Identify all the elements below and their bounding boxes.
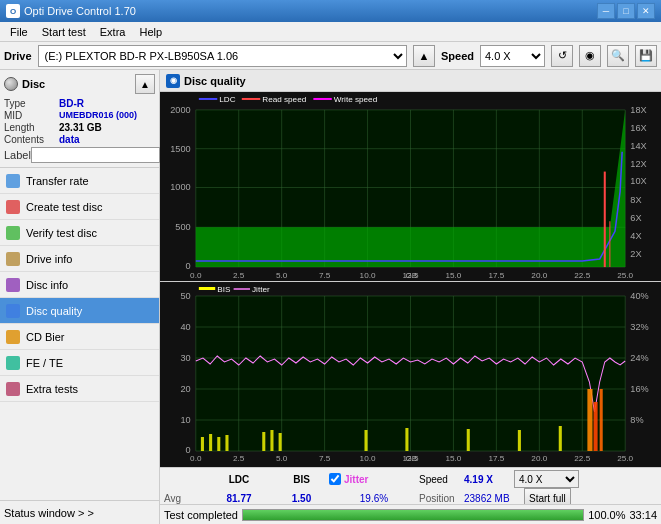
title-bar-controls: ─ □ ✕ [597, 3, 655, 19]
nav-items: Transfer rate Create test disc Verify te… [0, 168, 159, 500]
svg-text:8%: 8% [630, 415, 643, 425]
nav-disc-info-label: Disc info [26, 279, 68, 291]
left-panel: Disc ▲ Type BD-R MID UMEBDR016 (000) Len… [0, 70, 160, 524]
main-area: Disc ▲ Type BD-R MID UMEBDR016 (000) Len… [0, 70, 661, 524]
bottom-status-bar: Test completed 100.0% 33:14 [160, 504, 661, 524]
disc-contents-row: Contents data [4, 134, 155, 145]
nav-extra-tests-label: Extra tests [26, 383, 78, 395]
svg-text:15.0: 15.0 [446, 271, 462, 280]
svg-text:12X: 12X [630, 159, 646, 169]
menu-extra[interactable]: Extra [94, 24, 132, 40]
svg-rect-49 [242, 98, 260, 100]
stats-header-row: LDC BIS Jitter Speed 4.19 X 4.0 X [164, 470, 657, 488]
disc-label-row: Label 🔍 [4, 147, 155, 163]
drive-action-btn1[interactable]: ◉ [579, 45, 601, 67]
svg-text:20.0: 20.0 [531, 271, 547, 280]
disc-contents-value: data [59, 134, 80, 145]
drive-action-btn2[interactable]: 🔍 [607, 45, 629, 67]
minimize-button[interactable]: ─ [597, 3, 615, 19]
svg-rect-97 [217, 437, 220, 451]
disc-length-value: 23.31 GB [59, 122, 102, 133]
drive-save-btn[interactable]: 💾 [635, 45, 657, 67]
speed-refresh-button[interactable]: ↺ [551, 45, 573, 67]
nav-drive-info[interactable]: Drive info [0, 246, 159, 272]
nav-cd-bier-label: CD Bier [26, 331, 65, 343]
disc-header: Disc ▲ [4, 74, 155, 94]
top-chart-svg: 2000 1500 1000 500 0 18X 16X 14X 12X 10X… [160, 92, 661, 281]
nav-verify-test-disc[interactable]: Verify test disc [0, 220, 159, 246]
title-bar-left: O Opti Drive Control 1.70 [6, 4, 136, 18]
menu-start-test[interactable]: Start test [36, 24, 92, 40]
svg-text:Write speed: Write speed [334, 95, 377, 104]
nav-fe-te[interactable]: FE / TE [0, 350, 159, 376]
disc-icon [4, 77, 18, 91]
stats-speed-select[interactable]: 4.0 X [514, 470, 579, 488]
svg-text:GB: GB [405, 271, 417, 280]
app-icon: O [6, 4, 20, 18]
disc-length-label: Length [4, 122, 59, 133]
menu-help[interactable]: Help [133, 24, 168, 40]
nav-disc-quality-label: Disc quality [26, 305, 82, 317]
stats-position-label: Position [419, 493, 464, 504]
svg-text:22.5: 22.5 [574, 454, 590, 463]
svg-text:2000: 2000 [170, 105, 190, 115]
stats-speed-label: Speed [419, 474, 464, 485]
svg-text:GB: GB [405, 454, 417, 463]
svg-text:10: 10 [180, 415, 190, 425]
nav-disc-quality[interactable]: Disc quality [0, 298, 159, 324]
eject-button[interactable]: ▲ [413, 45, 435, 67]
svg-text:40%: 40% [630, 291, 648, 301]
nav-extra-tests[interactable]: Extra tests [0, 376, 159, 402]
svg-rect-47 [199, 98, 217, 100]
charts-area: 2000 1500 1000 500 0 18X 16X 14X 12X 10X… [160, 92, 661, 504]
disc-type-value: BD-R [59, 98, 84, 109]
svg-rect-109 [600, 389, 603, 451]
create-test-disc-icon [6, 200, 20, 214]
disc-type-row: Type BD-R [4, 98, 155, 109]
drive-info-icon [6, 252, 20, 266]
svg-text:2.5: 2.5 [233, 271, 245, 280]
jitter-checkbox[interactable] [329, 473, 341, 485]
chart-title: Disc quality [184, 75, 246, 87]
stats-avg-ldc: 81.77 [204, 493, 274, 504]
drive-select[interactable]: (E:) PLEXTOR BD-R PX-LB950SA 1.06 [38, 45, 407, 67]
bottom-chart-svg: 50 40 30 20 10 0 40% 32% 24% 16% 8% 0.0 [160, 282, 661, 467]
svg-text:16X: 16X [630, 123, 646, 133]
menu-file[interactable]: File [4, 24, 34, 40]
disc-mid-value: UMEBDR016 (000) [59, 110, 137, 121]
svg-text:5.0: 5.0 [276, 271, 288, 280]
svg-rect-101 [279, 433, 282, 451]
start-full-button[interactable]: Start full [524, 488, 571, 504]
maximize-button[interactable]: □ [617, 3, 635, 19]
close-button[interactable]: ✕ [637, 3, 655, 19]
disc-contents-label: Contents [4, 134, 59, 145]
svg-rect-98 [225, 435, 228, 451]
speed-select[interactable]: 4.0 X 2.0 X 8.0 X [480, 45, 545, 67]
verify-test-disc-icon [6, 226, 20, 240]
nav-transfer-rate[interactable]: Transfer rate [0, 168, 159, 194]
disc-label-label: Label [4, 149, 31, 161]
svg-text:25.0: 25.0 [617, 271, 633, 280]
title-bar-title: Opti Drive Control 1.70 [24, 5, 136, 17]
svg-text:6X: 6X [630, 213, 641, 223]
svg-text:10.0: 10.0 [360, 271, 376, 280]
svg-text:LDC: LDC [219, 95, 236, 104]
svg-text:10X: 10X [630, 177, 646, 187]
svg-rect-110 [199, 287, 215, 290]
svg-rect-104 [467, 429, 470, 451]
svg-rect-105 [518, 430, 521, 451]
svg-rect-100 [270, 430, 273, 451]
nav-disc-info[interactable]: Disc info [0, 272, 159, 298]
disc-mid-label: MID [4, 110, 59, 121]
svg-rect-102 [364, 430, 367, 451]
disc-info-icon [6, 278, 20, 292]
nav-cd-bier[interactable]: CD Bier [0, 324, 159, 350]
status-window-button[interactable]: Status window > > [0, 500, 159, 524]
menu-bar: File Start test Extra Help [0, 22, 661, 42]
nav-create-test-disc[interactable]: Create test disc [0, 194, 159, 220]
disc-label-input[interactable] [31, 147, 160, 163]
disc-type-label: Type [4, 98, 59, 109]
disc-eject-button[interactable]: ▲ [135, 74, 155, 94]
svg-text:5.0: 5.0 [276, 454, 288, 463]
nav-drive-info-label: Drive info [26, 253, 72, 265]
